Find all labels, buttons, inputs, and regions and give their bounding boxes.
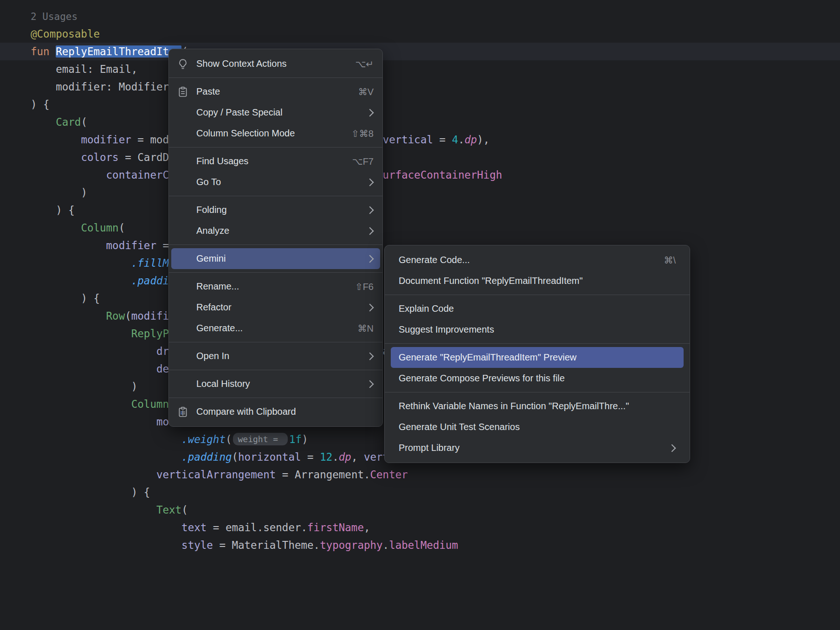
icon-slot-empty — [176, 127, 189, 140]
menu-item-label: Column Selection Mode — [196, 128, 339, 139]
code-line[interactable]: fun ReplyEmailThreadItem( — [31, 43, 188, 60]
code-line[interactable]: Column( — [31, 395, 175, 413]
menu-item-document-function[interactable]: Document Function "ReplyEmailThreadItem" — [391, 270, 684, 291]
code-token: = — [276, 469, 295, 481]
code-token — [50, 45, 56, 58]
menu-item-rethink-variable-names[interactable]: Rethink Variable Names in Function "Repl… — [391, 396, 684, 417]
menu-item-generate-compose-previews[interactable]: Generate Compose Previews for this file — [391, 368, 684, 389]
menu-item-generate-code[interactable]: Generate Code...⌘\ — [391, 250, 684, 270]
icon-slot-empty — [176, 301, 189, 314]
code-token: Column — [131, 398, 169, 410]
code-token: Center — [370, 469, 408, 481]
menu-item-label: Folding — [196, 205, 359, 215]
menu-item-label: Generate "ReplyEmailThreadItem" Preview — [399, 352, 676, 363]
code-token: horizontal — [238, 451, 301, 463]
menu-item-column-selection-mode[interactable]: Column Selection Mode⇧⌘8 — [171, 123, 380, 144]
menu-item-refactor[interactable]: Refactor — [171, 297, 380, 318]
icon-slot-empty — [176, 176, 189, 189]
code-token: surfaceContainerHigh — [376, 169, 502, 181]
code-token: ( — [181, 504, 188, 516]
inlay-parameter-hint: weight = — [233, 433, 288, 445]
code-line[interactable]: ) { — [31, 483, 150, 501]
menu-item-label: Generate Compose Previews for this file — [399, 373, 676, 384]
code-line[interactable]: Text( — [31, 501, 188, 519]
code-token: , — [351, 451, 364, 463]
compare-icon — [176, 405, 189, 418]
code-token: ( — [232, 451, 238, 463]
code-line[interactable]: .weight(weight = 1f) — [31, 431, 308, 448]
code-token: = — [119, 151, 138, 163]
menu-item-go-to[interactable]: Go To — [171, 172, 380, 193]
chevron-right-icon — [366, 352, 374, 360]
shortcut-hint: ⌥F7 — [352, 156, 374, 167]
code-token: Column — [81, 222, 118, 234]
menu-item-generate[interactable]: Generate...⌘N — [171, 318, 380, 339]
code-line[interactable]: 2 Usages — [31, 7, 78, 25]
icon-slot-empty — [176, 350, 189, 363]
menu-item-label: Paste — [196, 86, 346, 97]
chevron-right-icon — [366, 380, 374, 388]
code-line[interactable]: email: Email, — [31, 60, 137, 78]
menu-separator — [169, 370, 382, 370]
shortcut-hint: ⇧F6 — [355, 281, 374, 292]
menu-item-local-history[interactable]: Local History — [171, 373, 380, 394]
code-line[interactable]: Card( — [31, 113, 87, 131]
menu-item-paste[interactable]: Paste⌘V — [171, 81, 380, 102]
menu-item-prompt-library[interactable]: Prompt Library — [391, 437, 684, 458]
code-line[interactable]: ) { — [31, 201, 75, 219]
code-token: , — [364, 521, 370, 534]
code-line[interactable]: ) { — [31, 96, 50, 113]
code-token: = — [433, 134, 452, 146]
selected-identifier: ReplyEmailThreadItem — [56, 45, 181, 58]
code-line[interactable]: Column( — [31, 219, 125, 237]
menu-item-label: Document Function "ReplyEmailThreadItem" — [399, 276, 676, 286]
code-line[interactable]: verticalArrangement = Arrangement.Center — [31, 466, 408, 483]
menu-item-label: Gemini — [196, 253, 359, 264]
shortcut-hint: ⌥↵ — [355, 58, 374, 70]
code-line[interactable]: text = email.sender.firstName, — [31, 519, 370, 536]
menu-separator — [169, 398, 382, 398]
menu-item-show-context-actions[interactable]: Show Context Actions⌥↵ — [171, 53, 380, 74]
menu-item-open-in[interactable]: Open In — [171, 346, 380, 366]
code-line[interactable]: ) { — [31, 289, 100, 307]
menu-item-copy-paste-special[interactable]: Copy / Paste Special — [171, 102, 380, 123]
code-token: = — [213, 539, 232, 551]
icon-slot-empty — [176, 155, 189, 168]
menu-separator — [169, 272, 382, 273]
menu-item-explain-code[interactable]: Explain Code — [391, 298, 684, 319]
code-token: . — [332, 451, 339, 463]
menu-item-analyze[interactable]: Analyze — [171, 220, 380, 241]
menu-item-generate-unit-test-scenarios[interactable]: Generate Unit Test Scenarios — [391, 417, 684, 437]
icon-slot-empty — [176, 280, 189, 293]
menu-item-label: Show Context Actions — [196, 58, 343, 69]
menu-item-label: Go To — [196, 177, 359, 187]
code-token: 2 Usages — [31, 11, 78, 22]
code-line[interactable]: style = MaterialTheme.typography.labelMe… — [31, 536, 458, 554]
chevron-right-icon — [668, 444, 676, 452]
menu-separator — [169, 77, 382, 78]
code-token: ( — [226, 433, 232, 445]
code-token: . — [383, 539, 389, 551]
code-token: dp — [465, 134, 477, 146]
code-token: . — [458, 134, 465, 146]
menu-item-rename[interactable]: Rename...⇧F6 — [171, 276, 380, 297]
menu-item-generate-preview[interactable]: Generate "ReplyEmailThreadItem" Preview — [391, 347, 684, 368]
menu-item-label: Refactor — [196, 302, 359, 313]
gemini-submenu: Generate Code...⌘\Document Function "Rep… — [384, 245, 690, 463]
menu-item-compare-with-clipboard[interactable]: Compare with Clipboard — [171, 401, 380, 422]
code-token: firstName — [307, 521, 364, 534]
menu-item-find-usages[interactable]: Find Usages⌥F7 — [171, 151, 380, 172]
menu-item-gemini[interactable]: Gemini — [171, 248, 380, 269]
code-token: ) — [302, 433, 308, 445]
code-token: MaterialTheme. — [232, 539, 320, 551]
code-line[interactable]: @Composable — [31, 25, 100, 43]
menu-separator — [169, 196, 382, 196]
editor-background: { "colors": { "editor_bg": "#1e1f22", "c… — [0, 0, 840, 630]
code-line[interactable]: ) — [31, 184, 87, 201]
code-token: = — [131, 134, 150, 146]
code-line[interactable]: ) — [31, 378, 137, 395]
menu-item-label: Analyze — [196, 225, 359, 236]
code-token: Arrangement. — [295, 469, 370, 481]
menu-item-folding[interactable]: Folding — [171, 199, 380, 220]
menu-item-suggest-improvements[interactable]: Suggest Improvements — [391, 319, 684, 340]
